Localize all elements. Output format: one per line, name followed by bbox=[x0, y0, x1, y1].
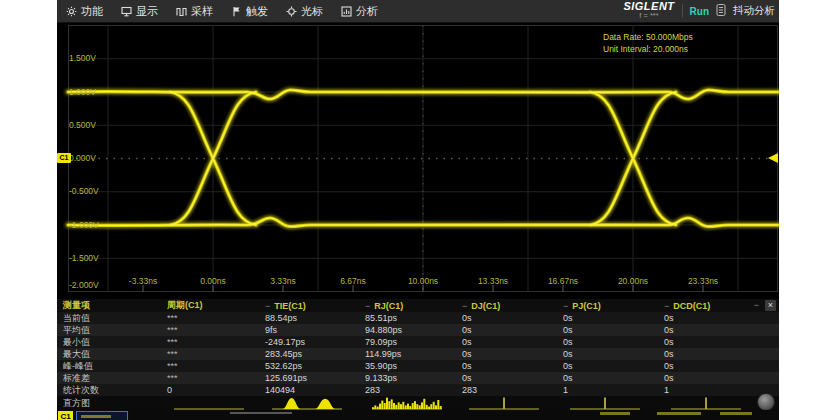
column-header-label: 测量项 bbox=[57, 299, 161, 312]
measurement-value: 0s bbox=[557, 337, 658, 347]
x-axis-label: 20.00ns bbox=[618, 276, 648, 286]
histogram-thumbnail-delta bbox=[456, 396, 557, 411]
measurement-value: *** bbox=[161, 325, 259, 335]
column-header[interactable]: −PJ(C1) bbox=[557, 301, 658, 311]
measurement-value: *** bbox=[161, 373, 259, 383]
measurement-value: 0s bbox=[658, 361, 779, 371]
menu-item-label: 采样 bbox=[191, 4, 213, 19]
measurement-value: 0s bbox=[658, 349, 779, 359]
column-header[interactable]: −DJ(C1) bbox=[456, 301, 557, 311]
brand-cluster: SIGLENT f = *** Run 抖动分析 bbox=[623, 1, 779, 21]
measurement-value: 1 bbox=[557, 385, 658, 395]
x-axis-label: 13.33ns bbox=[478, 276, 508, 286]
column-header[interactable]: −TIE(C1) bbox=[259, 301, 359, 311]
flag-icon bbox=[231, 6, 242, 17]
measurement-value: 0s bbox=[557, 313, 658, 323]
histogram-row-label: 直方图 bbox=[57, 397, 161, 410]
measurement-value: 94.880ps bbox=[359, 325, 456, 335]
measurement-value: *** bbox=[161, 361, 259, 371]
menu-item-function[interactable]: 功能 bbox=[57, 0, 112, 22]
table-row: 最大值***283.45ps114.99ps0s0s0s bbox=[57, 348, 779, 360]
collapse-column-icon[interactable]: − bbox=[462, 301, 467, 311]
column-header[interactable]: −RJ(C1) bbox=[359, 301, 456, 311]
close-table-button[interactable]: × bbox=[765, 300, 776, 311]
measurement-value: 0s bbox=[456, 373, 557, 383]
gear-icon bbox=[66, 6, 77, 17]
y-axis-label: 0.500V bbox=[69, 120, 96, 130]
channel-settings-box[interactable] bbox=[76, 411, 128, 420]
x-axis-label: 10.00ns bbox=[408, 276, 438, 286]
collapse-column-icon[interactable]: − bbox=[365, 301, 370, 311]
measurement-value: 0 bbox=[161, 385, 259, 395]
column-header-text: DCD(C1) bbox=[673, 301, 710, 311]
chart-icon bbox=[341, 6, 352, 17]
run-status[interactable]: Run bbox=[690, 6, 709, 17]
y-axis-label: 1.000V bbox=[69, 87, 96, 97]
menu-item-cursors[interactable]: 光标 bbox=[277, 0, 332, 22]
measurement-value: 0s bbox=[456, 325, 557, 335]
eye-diagram-canvas bbox=[57, 22, 779, 292]
collapse-column-icon[interactable]: − bbox=[754, 299, 759, 312]
measurement-value: 0s bbox=[658, 313, 779, 323]
column-header[interactable]: 周期(C1) bbox=[161, 299, 259, 312]
channel-marker-c1[interactable]: C1 bbox=[57, 153, 71, 163]
measurement-value: 0s bbox=[456, 313, 557, 323]
list-icon[interactable] bbox=[716, 4, 726, 18]
knob-icon[interactable] bbox=[757, 393, 775, 411]
column-header[interactable]: −DCD(C1) bbox=[658, 301, 779, 311]
y-axis-label: -1.500V bbox=[69, 253, 99, 263]
measurement-value: 0s bbox=[658, 325, 779, 335]
y-axis-label: 1.500V bbox=[69, 53, 96, 63]
measurement-value: 9fs bbox=[259, 325, 359, 335]
oscilloscope-screen: 功能显示采样触发光标分析 SIGLENT f = *** Run 抖动分析 bbox=[57, 0, 779, 420]
trigger-frequency-readout: f = *** bbox=[639, 11, 658, 21]
menu-item-label: 分析 bbox=[356, 4, 378, 19]
menu-items: 功能显示采样触发光标分析 bbox=[57, 0, 387, 22]
menu-item-trigger[interactable]: 触发 bbox=[222, 0, 277, 22]
column-header-text: TIE(C1) bbox=[274, 301, 306, 311]
menu-item-analysis[interactable]: 分析 bbox=[332, 0, 387, 22]
collapse-column-icon[interactable]: − bbox=[265, 301, 270, 311]
measurement-value: 125.691ps bbox=[259, 373, 359, 383]
jitter-analysis-label[interactable]: 抖动分析 bbox=[733, 4, 775, 18]
clipped-status-text bbox=[600, 412, 630, 415]
x-axis-label: 16.67ns bbox=[548, 276, 578, 286]
menu-bar: 功能显示采样触发光标分析 SIGLENT f = *** Run 抖动分析 bbox=[57, 0, 779, 23]
clipped-status-text bbox=[720, 412, 752, 415]
measurement-value: 0s bbox=[658, 337, 779, 347]
y-axis-label: -1.000V bbox=[69, 220, 99, 230]
y-axis-label: 0.000V bbox=[69, 153, 96, 163]
crosshair-icon bbox=[286, 6, 297, 17]
row-label: 统计次数 bbox=[57, 384, 161, 397]
channel-badge-c1[interactable]: C1 bbox=[58, 411, 73, 420]
collapse-column-icon[interactable]: − bbox=[563, 301, 568, 311]
x-axis-label: 23.33ns bbox=[688, 276, 718, 286]
measurement-value: 0s bbox=[557, 361, 658, 371]
trigger-level-marker[interactable] bbox=[768, 153, 778, 163]
column-header-text: 测量项 bbox=[63, 300, 90, 310]
measurement-value: 0s bbox=[456, 349, 557, 359]
menu-item-display[interactable]: 显示 bbox=[112, 0, 167, 22]
x-axis-label: -3.33ns bbox=[129, 276, 157, 286]
measurement-value: 283 bbox=[456, 385, 557, 395]
y-axis-label: -2.000V bbox=[69, 280, 99, 290]
table-row: 统计次数014049428328311 bbox=[57, 384, 779, 396]
menu-item-label: 功能 bbox=[81, 4, 103, 19]
menu-item-acquire[interactable]: 采样 bbox=[167, 0, 222, 22]
column-header-text: RJ(C1) bbox=[374, 301, 403, 311]
measurement-value: 532.62ps bbox=[259, 361, 359, 371]
table-row: 当前值***88.54ps85.51ps0s0s0s bbox=[57, 312, 779, 324]
column-header-text: DJ(C1) bbox=[471, 301, 500, 311]
histogram-thumbnail-bimodal bbox=[259, 396, 359, 411]
histogram-thumbnail-noisy bbox=[359, 396, 456, 411]
data-rate-readout: Data Rate: 50.000Mbps bbox=[603, 31, 693, 43]
menu-item-label: 触发 bbox=[246, 4, 268, 19]
collapse-column-icon[interactable]: − bbox=[664, 301, 669, 311]
measurement-value: 35.90ps bbox=[359, 361, 456, 371]
measurement-value: *** bbox=[161, 337, 259, 347]
unit-interval-readout: Unit Interval: 20.000ns bbox=[603, 43, 693, 55]
measurement-value: 114.99ps bbox=[359, 349, 456, 359]
measurement-value: *** bbox=[161, 313, 259, 323]
histogram-thumbnail-delta bbox=[557, 396, 658, 411]
table-header-row: 测量项周期(C1)−TIE(C1)−RJ(C1)−DJ(C1)−PJ(C1)−D… bbox=[57, 299, 779, 312]
